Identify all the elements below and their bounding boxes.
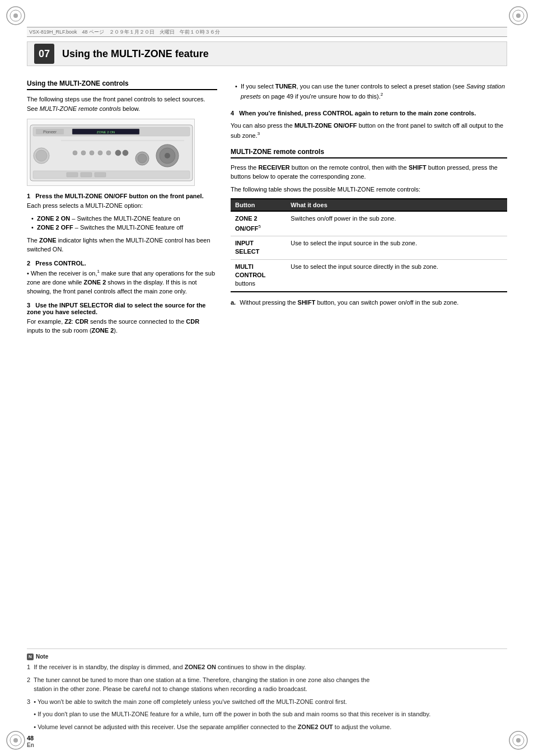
page-lang: En	[27, 742, 34, 748]
chapter-header: 07 Using the MULTI-ZONE feature	[27, 41, 507, 66]
table-row: ZONE 2ON/OFF5 Switches on/off power in t…	[231, 211, 507, 236]
step2-body: • When the receiver is on,1 make sure th…	[27, 268, 217, 296]
svg-point-31	[138, 154, 147, 163]
svg-point-20	[73, 151, 77, 155]
table-body: ZONE 2ON/OFF5 Switches on/off power in t…	[231, 211, 507, 291]
remote-intro: Press the RECEIVER button on the remote …	[231, 163, 507, 181]
bullet-zone2-off: ZONE 2 OFF – Switches the MULTI-ZONE fea…	[31, 223, 217, 232]
svg-point-19	[36, 150, 47, 161]
table-cell-button: ZONE 2ON/OFF5	[231, 211, 286, 236]
svg-point-25	[115, 150, 121, 156]
svg-point-5	[516, 13, 521, 18]
note-2: 2 The tuner cannot be tuned to more than…	[27, 675, 507, 694]
step4-block: 4 When you're finished, press CONTROL ag…	[231, 109, 507, 140]
remote-table: Button What it does ZONE 2ON/OFF5 Switch…	[231, 198, 507, 292]
svg-rect-32	[33, 171, 190, 179]
step3-block: 3 Use the INPUT SELECTOR dial to select …	[27, 302, 217, 335]
svg-point-8	[13, 738, 18, 743]
col-button: Button	[231, 199, 286, 211]
section-heading-remote: MULTI-ZONE remote controls	[231, 148, 507, 158]
table-row: MULTICONTROLbuttons Use to select the in…	[231, 259, 507, 292]
svg-point-23	[98, 151, 102, 155]
chapter-title: Using the MULTI-ZONE feature	[62, 48, 209, 60]
main-content: Using the MULTI-ZONE controls The follow…	[27, 72, 507, 722]
note-heading: N Note	[27, 652, 507, 661]
header-bar: VSX-819H_RLF.book 48 ページ ２０９年１月２０日 火曜日 午…	[27, 27, 507, 37]
svg-point-22	[90, 151, 94, 155]
note-3a: 3 • You won't be able to switch the main…	[27, 697, 507, 707]
table-cell-what: Use to select the input source directly …	[286, 259, 507, 292]
section-heading-controls: Using the MULTI-ZONE controls	[27, 80, 217, 90]
svg-rect-35	[81, 172, 92, 177]
svg-point-11	[516, 738, 521, 743]
svg-text:ZONE 2 ON: ZONE 2 ON	[97, 130, 115, 134]
intro-text: The following steps use the front panel …	[27, 95, 217, 113]
header-text: VSX-819H_RLF.book 48 ページ ２０９年１月２０日 火曜日 午…	[29, 29, 220, 36]
note-1: 1 If the receiver is in standby, the dis…	[27, 662, 507, 672]
svg-point-29	[165, 153, 170, 158]
table-header: Button What it does	[231, 199, 507, 211]
corner-decoration-tl	[6, 6, 26, 26]
svg-point-24	[106, 151, 111, 155]
svg-rect-34	[67, 172, 78, 177]
bullet-zone2-on: ZONE 2 ON – Switches the MULTI-ZONE feat…	[31, 214, 217, 223]
svg-rect-36	[95, 172, 106, 177]
corner-decoration-tr	[508, 6, 528, 26]
step2-title: 2 Press CONTROL.	[27, 260, 217, 267]
svg-point-2	[13, 13, 18, 18]
tuner-bullet-list: If you select TUNER, you can use the tun…	[235, 82, 507, 101]
device-image: Pioneer ZONE 2 ON	[27, 119, 195, 186]
svg-point-26	[123, 150, 128, 156]
footnote-a: a. Without pressing the SHIFT button, yo…	[231, 298, 507, 307]
step1-bullets: ZONE 2 ON – Switches the MULTI-ZONE feat…	[31, 214, 217, 232]
table-cell-button: INPUTSELECT	[231, 236, 286, 259]
step4-body: You can also press the MULTI-ZONE ON/OFF…	[231, 121, 507, 140]
remote-sub: The following table shows the possible M…	[231, 185, 507, 194]
table-row: INPUTSELECT Use to select the input sour…	[231, 236, 507, 259]
step1-intro: Each press selects a MULTI-ZONE option:	[27, 201, 217, 211]
table-cell-what: Switches on/off power in the sub zone.	[286, 211, 507, 236]
step4-title-text: 4 When you're finished, press CONTROL ag…	[231, 109, 507, 118]
svg-point-21	[81, 151, 86, 155]
left-column: Using the MULTI-ZONE controls The follow…	[27, 72, 217, 722]
svg-text:Pioneer: Pioneer	[43, 130, 57, 134]
corner-decoration-br	[508, 730, 528, 750]
note-label: Note	[36, 652, 48, 661]
step1-title: 1 Press the MULTI-ZONE ON/OFF button on …	[27, 193, 217, 199]
page-number-block: 48 En	[27, 735, 34, 748]
right-column: If you select TUNER, you can use the tun…	[231, 72, 507, 722]
step3-body: For example, Z2: CDR sends the source co…	[27, 317, 217, 335]
table-cell-button: MULTICONTROLbuttons	[231, 259, 286, 292]
tuner-bullet: If you select TUNER, you can use the tun…	[235, 82, 507, 101]
footnote-a-label: a.	[231, 299, 236, 306]
note-section: N Note 1 If the receiver is in standby, …	[27, 648, 507, 735]
step1-note: The ZONE indicator lights when the MULTI…	[27, 236, 217, 254]
note-3c: • Volume level cannot be adjusted with t…	[27, 722, 507, 732]
step2-block: 2 Press CONTROL. • When the receiver is …	[27, 260, 217, 296]
step1-block: 1 Press the MULTI-ZONE ON/OFF button on …	[27, 193, 217, 254]
table-cell-what: Use to select the input source in the su…	[286, 236, 507, 259]
corner-decoration-bl	[6, 730, 26, 750]
note-3b: • If you don't plan to use the MULTI-ZON…	[27, 710, 507, 719]
note-icon: N	[27, 654, 34, 660]
step3-title: 3 Use the INPUT SELECTOR dial to select …	[27, 302, 217, 315]
chapter-number: 07	[34, 44, 54, 64]
page-number: 48	[27, 735, 34, 741]
col-what: What it does	[286, 199, 507, 211]
